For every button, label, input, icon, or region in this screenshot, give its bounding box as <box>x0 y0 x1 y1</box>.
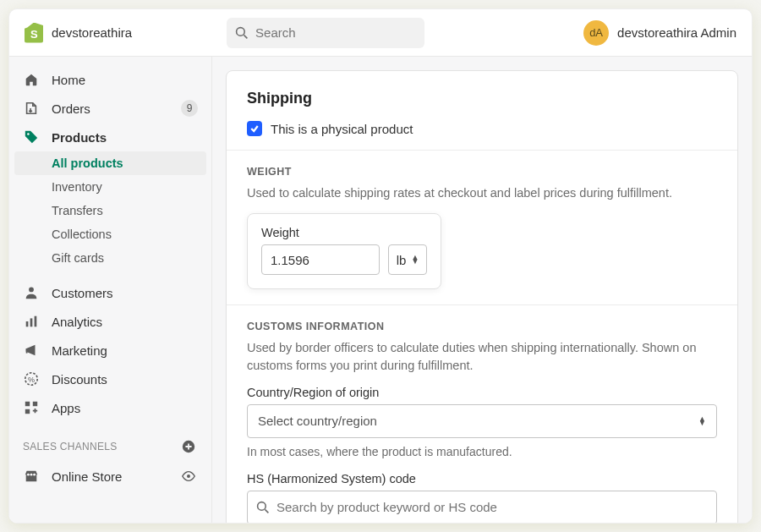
sidebar-item-apps[interactable]: Apps <box>9 393 211 422</box>
tag-icon <box>23 129 40 145</box>
search-input[interactable] <box>255 25 416 40</box>
main-content: Shipping This is a physical product WEIG… <box>212 57 752 523</box>
sidebar: Home Orders 9 Products All products Inve… <box>9 57 212 523</box>
sidebar-item-customers[interactable]: Customers <box>9 278 211 307</box>
view-store-button[interactable] <box>179 467 198 485</box>
sales-channels-label: SALES CHANNELS <box>23 441 118 452</box>
user-menu[interactable]: dA devstoreathira Admin <box>583 20 736 46</box>
marketing-icon <box>23 342 40 359</box>
weight-desc: Used to calculate shipping rates at chec… <box>247 184 717 201</box>
sales-channels-header: SALES CHANNELS <box>9 422 211 461</box>
sidebar-sub-collections[interactable]: Collections <box>9 222 211 246</box>
svg-text:%: % <box>28 376 35 384</box>
svg-rect-4 <box>26 321 29 326</box>
sidebar-sub-inventory[interactable]: Inventory <box>9 175 211 199</box>
sidebar-sub-gift-cards[interactable]: Gift cards <box>9 246 211 270</box>
svg-point-3 <box>29 288 34 293</box>
svg-point-2 <box>27 133 30 135</box>
country-hint: In most cases, where the product is manu… <box>247 445 717 458</box>
sidebar-label: Marketing <box>52 343 107 358</box>
shopify-logo-icon: S <box>25 23 43 43</box>
orders-icon <box>23 100 40 117</box>
sidebar-channel-online-store[interactable]: Online Store <box>9 461 211 491</box>
checkbox-icon <box>247 121 262 136</box>
country-placeholder: Select country/region <box>258 414 377 428</box>
sidebar-item-marketing[interactable]: Marketing <box>9 336 211 365</box>
sidebar-item-analytics[interactable]: Analytics <box>9 307 211 336</box>
select-stepper-icon: ▲▼ <box>698 417 706 425</box>
analytics-icon <box>23 313 40 330</box>
sidebar-label: Orders <box>52 101 90 116</box>
weight-field-label: Weight <box>261 226 427 239</box>
svg-point-17 <box>187 474 190 478</box>
sidebar-label: Discounts <box>52 372 107 387</box>
customs-heading: CUSTOMS INFORMATION <box>247 321 717 332</box>
sidebar-label: Analytics <box>52 315 102 329</box>
customs-desc: Used by border officers to calculate dut… <box>247 339 717 374</box>
search-icon <box>256 501 270 514</box>
sidebar-item-products[interactable]: Products <box>9 123 211 151</box>
home-icon <box>23 71 40 88</box>
avatar: dA <box>583 20 609 46</box>
weight-field-box: Weight lb ▲▼ <box>247 213 441 289</box>
brand[interactable]: S devstoreathira <box>25 23 132 43</box>
weight-section: WEIGHT Used to calculate shipping rates … <box>227 150 737 304</box>
svg-rect-5 <box>30 318 33 326</box>
sidebar-label: Home <box>52 73 85 87</box>
sidebar-label: Products <box>52 130 107 145</box>
svg-rect-10 <box>25 402 30 406</box>
country-select[interactable]: Select country/region ▲▼ <box>247 404 717 438</box>
sidebar-label: Online Store <box>52 469 122 484</box>
svg-rect-12 <box>25 409 30 414</box>
discounts-icon: % <box>23 370 40 387</box>
physical-product-label: This is a physical product <box>271 122 413 136</box>
shipping-title: Shipping <box>247 90 717 107</box>
svg-point-16 <box>33 474 36 476</box>
weight-unit-label: lb <box>397 253 407 267</box>
customers-icon <box>23 284 40 301</box>
svg-point-0 <box>237 27 245 36</box>
global-search[interactable] <box>227 18 424 48</box>
sidebar-sub-transfers[interactable]: Transfers <box>9 199 211 222</box>
sidebar-item-home[interactable]: Home <box>9 65 211 94</box>
sidebar-item-discounts[interactable]: % Discounts <box>9 365 211 393</box>
physical-product-checkbox-row[interactable]: This is a physical product <box>247 121 717 136</box>
svg-line-1 <box>244 35 247 38</box>
svg-line-19 <box>265 509 268 513</box>
select-stepper-icon: ▲▼ <box>411 255 419 264</box>
orders-badge: 9 <box>181 100 198 117</box>
apps-icon <box>23 399 40 416</box>
svg-point-15 <box>30 474 33 476</box>
user-label: devstoreathira Admin <box>617 25 736 40</box>
hs-code-label: HS (Harmonized System) code <box>247 472 717 485</box>
hs-code-input[interactable] <box>276 500 708 514</box>
svg-point-14 <box>27 474 30 476</box>
svg-rect-11 <box>33 402 37 406</box>
svg-rect-6 <box>35 316 37 327</box>
weight-input[interactable] <box>261 244 380 275</box>
app-frame: S devstoreathira dA devstoreathira Admin… <box>8 8 753 524</box>
store-name: devstoreathira <box>52 25 132 40</box>
sidebar-sub-all-products[interactable]: All products <box>14 151 206 175</box>
svg-point-18 <box>258 502 266 510</box>
topbar: S devstoreathira dA devstoreathira Admin <box>9 9 752 57</box>
country-field-label: Country/Region of origin <box>247 386 717 399</box>
sidebar-label: Apps <box>52 401 80 415</box>
sidebar-item-orders[interactable]: Orders 9 <box>9 94 211 123</box>
search-icon <box>235 26 249 40</box>
weight-unit-select[interactable]: lb ▲▼ <box>388 244 427 275</box>
svg-rect-7 <box>26 348 28 353</box>
store-icon <box>23 468 40 485</box>
weight-heading: WEIGHT <box>247 166 717 178</box>
shipping-card: Shipping This is a physical product WEIG… <box>226 70 738 523</box>
customs-section: CUSTOMS INFORMATION Used by border offic… <box>227 304 737 523</box>
sidebar-label: Customers <box>52 286 113 300</box>
add-channel-button[interactable] <box>179 437 198 456</box>
hs-code-search[interactable] <box>247 491 717 523</box>
